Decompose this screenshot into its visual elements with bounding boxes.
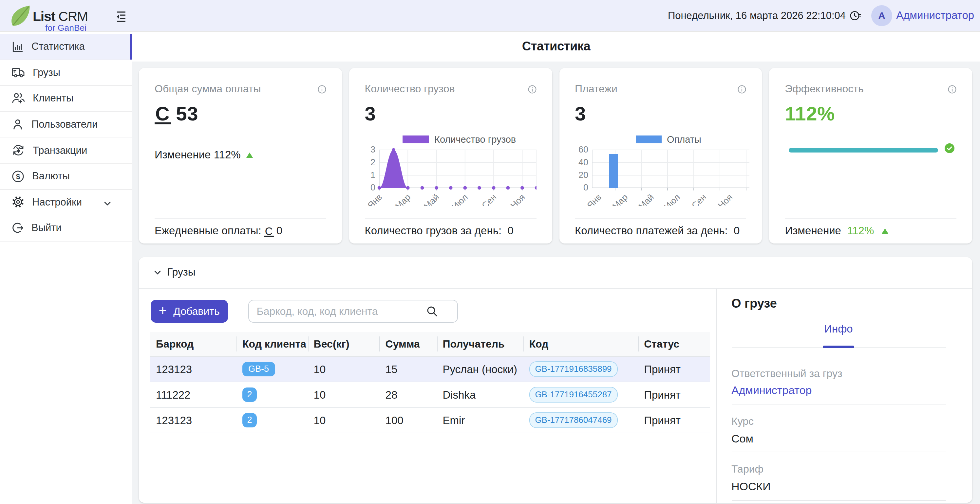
- svg-text:40: 40: [578, 157, 588, 167]
- svg-text:Сен: Сен: [480, 192, 498, 206]
- svg-text:Оплаты: Оплаты: [667, 134, 701, 145]
- svg-text:Июл: Июл: [662, 192, 682, 206]
- svg-text:Количество грузов: Количество грузов: [434, 134, 516, 145]
- svg-text:Май: Май: [636, 192, 656, 206]
- svg-text:Мар: Мар: [610, 192, 630, 206]
- svg-text:Май: Май: [422, 192, 441, 206]
- svg-text:2: 2: [370, 157, 375, 167]
- svg-text:0: 0: [583, 182, 588, 192]
- svg-text:1: 1: [370, 170, 375, 180]
- svg-text:$: $: [16, 173, 20, 181]
- svg-text:Янв: Янв: [366, 192, 384, 206]
- svg-text:Ноя: Ноя: [716, 192, 734, 206]
- svg-text:Мар: Мар: [393, 192, 412, 206]
- svg-text:20: 20: [578, 170, 588, 180]
- svg-text:Янв: Янв: [585, 192, 603, 206]
- svg-text:3: 3: [370, 145, 375, 154]
- svg-text:60: 60: [578, 145, 588, 154]
- svg-text:0: 0: [370, 182, 375, 192]
- svg-text:Ноя: Ноя: [508, 192, 527, 206]
- svg-text:Июл: Июл: [450, 192, 470, 206]
- svg-text:Сен: Сен: [689, 192, 708, 206]
